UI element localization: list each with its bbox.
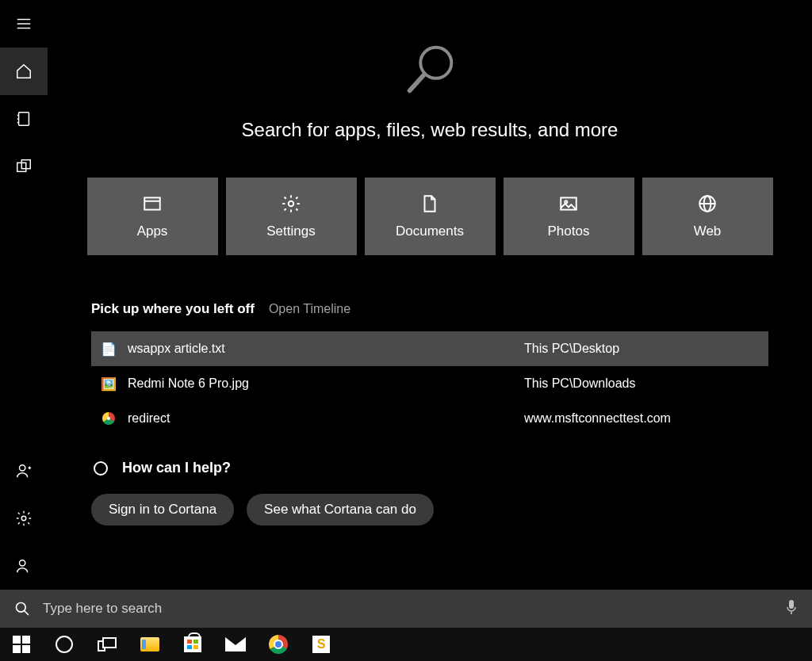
file-explorer-button[interactable] (140, 634, 160, 655)
chrome-button[interactable] (268, 634, 289, 655)
pickup-item[interactable]: redirect www.msftconnecttest.com (91, 401, 768, 436)
apps-tile[interactable]: Apps (87, 178, 218, 255)
pickup-item-name: wsappx article.txt (128, 342, 524, 356)
add-person-icon[interactable] (0, 447, 48, 495)
documents-tile[interactable]: Documents (365, 178, 496, 255)
search-home: Search for apps, files, web results, and… (48, 0, 812, 590)
pickup-item[interactable]: 🖼️ Redmi Note 6 Pro.jpg This PC\Download… (91, 366, 768, 401)
cortana-prompt-text: How can I help? (122, 460, 231, 476)
settings-tile[interactable]: Settings (226, 178, 357, 255)
web-tile[interactable]: Web (642, 178, 773, 255)
open-timeline-link[interactable]: Open Timeline (269, 302, 350, 316)
svg-rect-3 (19, 113, 29, 126)
search-input[interactable] (43, 601, 785, 617)
svg-rect-28 (789, 600, 794, 609)
start-button[interactable] (11, 634, 32, 655)
pickup-item-location: This PC\Downloads (524, 376, 636, 391)
gear-icon (281, 193, 301, 214)
svg-rect-16 (144, 197, 160, 209)
apps-window-icon (142, 193, 163, 214)
pickup-item-location: This PC\Desktop (524, 342, 619, 356)
tile-label: Documents (396, 224, 464, 239)
slack-button[interactable]: S (311, 634, 331, 655)
picture-icon (558, 193, 579, 214)
microphone-icon[interactable] (785, 599, 798, 618)
search-icon (14, 601, 30, 617)
chrome-icon (101, 412, 117, 425)
cortana-ring-icon (94, 461, 108, 476)
pickup-item-name: Redmi Note 6 Pro.jpg (128, 376, 524, 391)
pickup-item[interactable]: 📄 wsappx article.txt This PC\Desktop (91, 331, 768, 366)
pickup-item-name: redirect (128, 411, 524, 426)
pickup-item-location: www.msftconnecttest.com (524, 411, 671, 426)
see-cortana-button[interactable]: See what Cortana can do (247, 494, 434, 525)
document-icon (419, 193, 440, 214)
collections-icon[interactable] (0, 143, 48, 190)
tile-label: Web (694, 224, 722, 239)
svg-line-27 (25, 611, 29, 615)
cortana-button[interactable] (54, 634, 75, 655)
svg-point-13 (20, 560, 25, 566)
feedback-icon[interactable] (0, 542, 48, 590)
settings-icon[interactable] (0, 495, 48, 542)
svg-line-15 (410, 75, 424, 91)
image-file-icon: 🖼️ (101, 376, 117, 392)
pickup-title: Pick up where you left off (91, 301, 255, 317)
notebook-icon[interactable] (0, 95, 48, 143)
svg-point-20 (289, 201, 294, 207)
tile-label: Photos (548, 224, 590, 239)
tile-label: Settings (266, 224, 315, 239)
text-file-icon: 📄 (101, 342, 117, 357)
home-icon[interactable] (0, 48, 48, 95)
mail-button[interactable] (225, 634, 246, 655)
menu-icon[interactable] (0, 0, 48, 48)
hero: Search for apps, files, web results, and… (242, 40, 619, 141)
cortana-prompt: How can I help? (48, 460, 812, 476)
svg-point-12 (21, 516, 26, 521)
filter-tiles: Apps Settings Documents Photos Web (79, 178, 781, 255)
svg-point-9 (20, 465, 25, 471)
taskbar: S (0, 628, 812, 661)
sign-in-cortana-button[interactable]: Sign in to Cortana (91, 494, 234, 525)
globe-icon (697, 193, 718, 214)
photos-tile[interactable]: Photos (504, 178, 634, 255)
pickup-section: Pick up where you left off Open Timeline… (48, 255, 812, 436)
search-bar[interactable] (0, 590, 812, 628)
nav-rail (0, 0, 48, 590)
hero-text: Search for apps, files, web results, and… (242, 119, 619, 141)
task-view-button[interactable] (97, 634, 117, 655)
microsoft-store-button[interactable] (182, 634, 203, 655)
magnifier-icon (399, 40, 461, 101)
tile-label: Apps (137, 224, 168, 239)
